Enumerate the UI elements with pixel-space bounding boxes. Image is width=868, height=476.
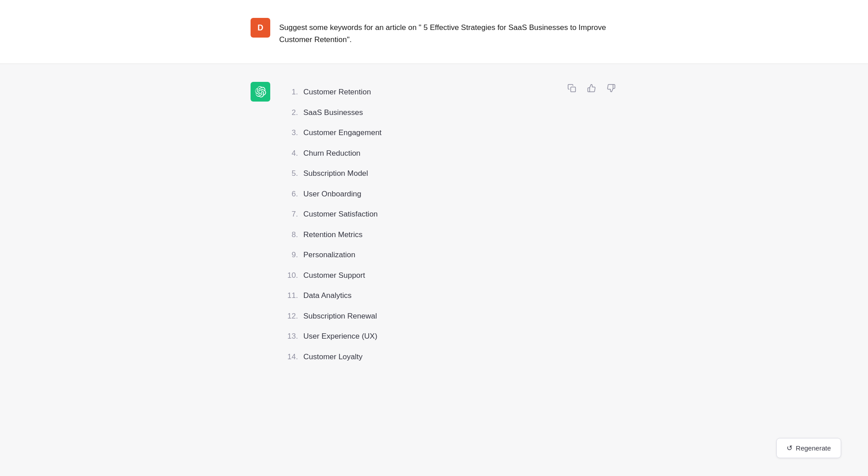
item-text: Customer Satisfaction [303,208,378,220]
regenerate-icon: ↺ [787,444,792,452]
list-item: 3.Customer Engagement [279,123,617,143]
user-message-section: D Suggest some keywords for an article o… [0,0,868,64]
svg-rect-0 [571,87,576,92]
item-number: 13. [279,331,298,342]
item-text: Personalization [303,249,355,261]
ai-response-content: 1.Customer Retention2.SaaS Businesses3.C… [279,82,617,367]
thumbs-down-button[interactable] [605,82,617,94]
avatar-letter: D [258,23,264,33]
list-item: 12.Subscription Renewal [279,306,617,327]
item-text: Retention Metrics [303,229,362,241]
list-item: 5.Subscription Model [279,163,617,184]
item-text: Subscription Renewal [303,310,377,322]
list-item: 6.User Onboarding [279,184,617,204]
openai-logo-icon [255,86,266,98]
ai-message-section: 1.Customer Retention2.SaaS Businesses3.C… [0,64,868,394]
list-item: 2.SaaS Businesses [279,102,617,123]
item-text: Customer Support [303,270,365,281]
list-item: 13.User Experience (UX) [279,326,617,347]
item-number: 2. [279,107,298,119]
thumbs-up-button[interactable] [585,82,598,94]
item-text: Customer Engagement [303,127,382,139]
action-icons [566,82,617,94]
list-item: 10.Customer Support [279,265,617,286]
list-item: 11.Data Analytics [279,285,617,306]
chat-container: D Suggest some keywords for an article o… [0,0,868,394]
thumbs-down-icon [607,84,616,93]
item-text: Subscription Model [303,168,368,179]
item-number: 3. [279,127,298,139]
ai-avatar [251,82,270,102]
keywords-list: 1.Customer Retention2.SaaS Businesses3.C… [279,82,617,367]
user-message-inner: D Suggest some keywords for an article o… [233,18,635,46]
regenerate-button[interactable]: ↺ Regenerate [776,438,841,458]
item-number: 4. [279,148,298,159]
user-avatar: D [251,18,270,38]
regenerate-label: Regenerate [796,444,831,452]
copy-button[interactable] [566,82,578,94]
list-item: 4.Churn Reduction [279,143,617,164]
item-text: Churn Reduction [303,148,361,159]
item-number: 9. [279,249,298,261]
item-text: Data Analytics [303,290,352,302]
item-text: User Experience (UX) [303,331,377,342]
list-item: 9.Personalization [279,245,617,265]
item-number: 11. [279,290,298,302]
list-item: 7.Customer Satisfaction [279,204,617,225]
item-text: User Onboarding [303,188,361,200]
item-number: 7. [279,208,298,220]
item-text: Customer Loyalty [303,351,362,363]
item-number: 12. [279,310,298,322]
item-text: Customer Retention [303,86,371,98]
item-number: 14. [279,351,298,363]
thumbs-up-icon [587,84,596,93]
item-number: 8. [279,229,298,241]
item-number: 6. [279,188,298,200]
item-number: 10. [279,270,298,281]
ai-message-inner: 1.Customer Retention2.SaaS Businesses3.C… [233,82,635,367]
user-message-text: Suggest some keywords for an article on … [279,18,617,46]
item-text: SaaS Businesses [303,107,363,119]
copy-icon [567,84,576,93]
list-item: 14.Customer Loyalty [279,347,617,367]
item-number: 5. [279,168,298,179]
item-number: 1. [279,86,298,98]
list-item: 8.Retention Metrics [279,225,617,245]
